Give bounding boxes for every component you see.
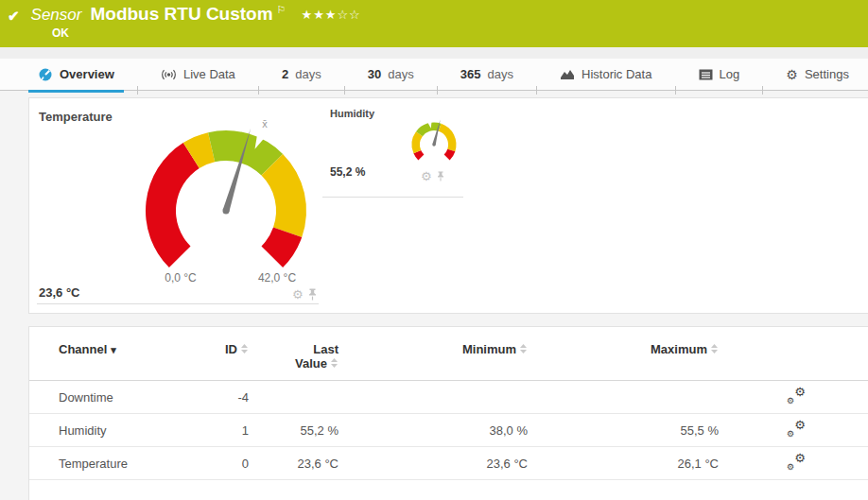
tab-historic-data[interactable]: Historic Data <box>550 59 661 91</box>
channel-minimum: 23,6 °C <box>348 447 537 480</box>
sort-icon <box>330 357 339 369</box>
gear-icon: ⚙ <box>787 397 794 405</box>
channel-settings-gears-icon[interactable]: ⚙⚙ <box>787 455 806 470</box>
pin-icon[interactable] <box>437 171 444 181</box>
tab-2-days[interactable]: 2 days <box>272 59 331 91</box>
table-row: Downtime -4 ⚙⚙ <box>29 381 868 414</box>
table-row: Temperature 0 23,6 °C 23,6 °C 26,1 °C ⚙⚙ <box>29 447 868 480</box>
channel-last-value <box>258 381 348 414</box>
tab-30-days[interactable]: 30 days <box>358 59 424 91</box>
sensor-title: Modbus RTU Custom <box>90 4 272 25</box>
tab-separator <box>137 86 138 95</box>
gear-icon: ⚙ <box>794 452 806 464</box>
column-header-maximum[interactable]: Maximum <box>537 327 728 381</box>
temperature-scale-max: 42,0 °C <box>239 271 315 284</box>
tab-log-label: Log <box>720 67 740 81</box>
flag-icon[interactable]: ⚐ <box>277 4 286 16</box>
gauge-icon <box>38 67 53 82</box>
channel-last-value: 55,2 % <box>258 414 348 447</box>
table-row: Humidity 1 55,2 % 38,0 % 55,5 % ⚙⚙ <box>29 414 868 447</box>
gear-icon: ⚙ <box>787 463 794 472</box>
tab-30-days-label: days <box>388 67 413 81</box>
humidity-gauge <box>406 119 462 172</box>
temperature-scale-min: 0,0 °C <box>143 271 218 284</box>
gear-icon[interactable]: ⚙ <box>421 170 432 182</box>
channel-id: 0 <box>190 447 258 480</box>
ok-check-icon: ✔ <box>8 8 20 25</box>
tab-settings-label: Settings <box>805 67 849 81</box>
column-header-last-value[interactable]: Last Value <box>258 327 348 381</box>
channel-minimum: 38,0 % <box>348 414 537 447</box>
channel-name[interactable]: Temperature <box>29 447 190 480</box>
header-divider-strip <box>0 47 868 59</box>
humidity-gauge-panel: Humidity 55,2 % ⚙ <box>322 98 464 198</box>
sort-icon <box>519 343 528 354</box>
tab-separator <box>675 86 676 95</box>
column-header-maximum-label: Maximum <box>651 342 707 356</box>
tab-365-days[interactable]: 365 days <box>451 59 523 91</box>
gear-icon: ⚙ <box>794 386 806 398</box>
temperature-gauge-panel: Temperature x̄ 0,0 °C 42,0 °C 23,6 °C ⚙ <box>29 98 320 313</box>
tab-separator <box>258 86 259 95</box>
panel-divider <box>37 303 319 304</box>
tab-365-days-number: 365 <box>460 67 481 81</box>
tab-overview-label: Overview <box>60 67 114 81</box>
column-header-channel-label: Channel <box>59 342 107 356</box>
temperature-gauge: x̄ <box>138 122 318 283</box>
log-list-icon <box>699 69 713 80</box>
channel-id: 1 <box>190 414 258 447</box>
tab-separator <box>762 86 763 95</box>
sensor-status-header: ✔ Sensor Modbus RTU Custom ⚐ ★★★☆☆ OK <box>0 0 868 47</box>
channel-id: -4 <box>190 381 258 414</box>
tab-30-days-number: 30 <box>368 67 381 81</box>
channel-maximum <box>537 381 728 414</box>
column-header-id[interactable]: ID <box>190 327 258 381</box>
tab-2-days-number: 2 <box>282 67 288 81</box>
tab-live-data[interactable]: Live Data <box>151 59 245 91</box>
tab-separator <box>536 86 537 95</box>
tab-365-days-label: days <box>487 67 512 81</box>
channels-table-card: Channel▾ ID Last Value Minimum Maximum <box>28 326 868 500</box>
tab-settings[interactable]: ⚙ Settings <box>776 59 859 91</box>
channel-maximum: 55,5 % <box>537 414 728 447</box>
gear-icon[interactable]: ⚙ <box>292 288 304 301</box>
sort-icon <box>240 343 249 354</box>
tab-live-data-label: Live Data <box>183 67 235 81</box>
channel-maximum: 26,1 °C <box>537 447 728 480</box>
temperature-panel-title: Temperature <box>39 110 113 124</box>
pin-icon[interactable] <box>308 288 317 301</box>
column-header-id-label: ID <box>225 342 237 356</box>
tab-2-days-label: days <box>295 67 321 81</box>
channel-name[interactable]: Downtime <box>29 381 190 414</box>
svg-text:x̄: x̄ <box>262 118 268 129</box>
priority-stars[interactable]: ★★★☆☆ <box>301 8 360 22</box>
historic-chart-icon <box>560 68 575 80</box>
temperature-current-value: 23,6 °C <box>39 285 80 300</box>
gear-icon: ⚙ <box>794 419 806 431</box>
status-badge: OK <box>52 26 69 40</box>
chevron-down-icon: ▾ <box>111 344 116 355</box>
humidity-panel-title: Humidity <box>330 108 374 119</box>
column-header-minimum-label: Minimum <box>462 342 516 356</box>
tab-bar: Overview Live Data 2 days 30 days 365 da… <box>0 59 868 91</box>
object-kind-label: Sensor <box>31 6 82 25</box>
column-header-value-label: Value <box>295 356 327 371</box>
channel-last-value: 23,6 °C <box>258 447 348 480</box>
gauges-card: Temperature x̄ 0,0 °C 42,0 °C 23,6 °C ⚙ … <box>28 97 868 314</box>
channel-settings-gears-icon[interactable]: ⚙⚙ <box>787 388 806 404</box>
tab-log[interactable]: Log <box>689 59 750 91</box>
channel-minimum <box>348 381 537 414</box>
column-header-actions <box>728 327 868 381</box>
channels-table: Channel▾ ID Last Value Minimum Maximum <box>29 327 868 480</box>
tab-overview[interactable]: Overview <box>28 59 124 91</box>
channel-name[interactable]: Humidity <box>29 414 190 447</box>
live-signal-icon <box>161 68 177 81</box>
panel-divider <box>322 197 463 198</box>
settings-gear-icon: ⚙ <box>786 68 798 81</box>
channel-settings-gears-icon[interactable]: ⚙⚙ <box>787 422 806 437</box>
column-header-channel[interactable]: Channel▾ <box>29 327 190 381</box>
sort-icon <box>710 343 719 354</box>
tab-historic-data-label: Historic Data <box>582 67 651 81</box>
column-header-last-label: Last <box>258 342 339 356</box>
column-header-minimum[interactable]: Minimum <box>348 327 537 381</box>
